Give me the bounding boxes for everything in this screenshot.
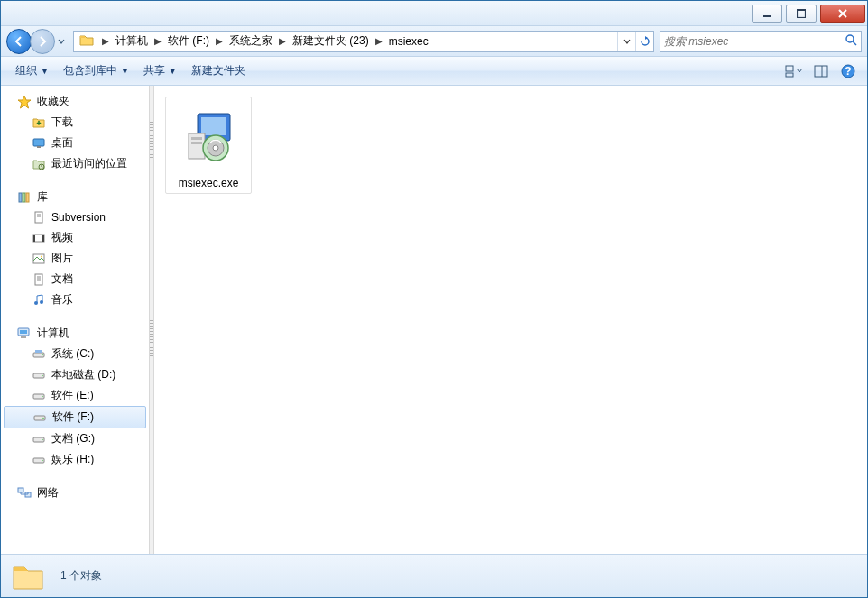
status-bar: 1 个对象 [1, 554, 867, 597]
svg-point-44 [42, 417, 44, 419]
folder-icon [10, 558, 46, 594]
help-button[interactable]: ? [836, 61, 860, 81]
share-button[interactable]: 共享▼ [136, 61, 184, 80]
sidebar-item-drive-d[interactable]: 本地磁盘 (D:) [1, 364, 149, 385]
favorites-header[interactable]: 收藏夹 [1, 91, 149, 112]
refresh-button[interactable] [635, 32, 653, 51]
item-label: 软件 (E:) [51, 388, 94, 403]
refresh-icon [640, 36, 651, 47]
search-input[interactable] [664, 35, 845, 48]
sidebar-item-subversion[interactable]: Subversion [1, 207, 149, 227]
close-button[interactable] [820, 5, 865, 23]
sidebar-item-drive-f[interactable]: 软件 (F:) [4, 406, 146, 428]
network-icon [17, 486, 32, 501]
sidebar-item-drive-c[interactable]: 系统 (C:) [1, 344, 149, 364]
item-label: 软件 (F:) [52, 409, 94, 425]
search-icon[interactable] [845, 33, 857, 49]
maximize-button[interactable] [786, 5, 817, 23]
navigation-pane[interactable]: 收藏夹 下载 桌面 最近访问的位置 库 Subversion 视频 图片 文档 … [1, 86, 149, 554]
minimize-button[interactable] [752, 5, 782, 23]
view-icon [785, 65, 803, 78]
libraries-group: 库 Subversion 视频 图片 文档 音乐 [1, 187, 149, 310]
toolbar-label: 共享 [143, 63, 165, 78]
sidebar-item-music[interactable]: 音乐 [1, 290, 149, 310]
sidebar-item-documents[interactable]: 文档 [1, 269, 149, 290]
address-bar: ▶ 计算机 ▶ 软件 (F:) ▶ 系统之家 ▶ 新建文件夹 (23) ▶ ms… [1, 26, 867, 57]
favorites-group: 收藏夹 下载 桌面 最近访问的位置 [1, 91, 149, 174]
sidebar-item-drive-h[interactable]: 娱乐 (H:) [1, 449, 149, 470]
breadcrumb-segment[interactable]: 计算机 [114, 33, 150, 49]
svg-rect-3 [80, 36, 85, 38]
sidebar-item-videos[interactable]: 视频 [1, 227, 149, 248]
back-button[interactable] [6, 29, 32, 54]
grip-icon [150, 320, 153, 356]
item-label: 视频 [51, 230, 73, 245]
svg-text:?: ? [845, 65, 851, 78]
item-label: 文档 (G:) [51, 431, 95, 446]
svg-rect-16 [23, 193, 25, 202]
pictures-icon [32, 252, 46, 266]
preview-pane-button[interactable] [809, 61, 833, 81]
svg-rect-34 [20, 330, 27, 334]
breadcrumb[interactable]: ▶ 计算机 ▶ 软件 (F:) ▶ 系统之家 ▶ 新建文件夹 (23) ▶ ms… [73, 31, 654, 52]
search-box[interactable] [660, 31, 862, 52]
breadcrumb-dropdown[interactable] [617, 32, 635, 51]
sidebar-item-desktop[interactable]: 桌面 [1, 133, 149, 153]
breadcrumb-segment[interactable]: 软件 (F:) [166, 33, 211, 49]
organize-button[interactable]: 组织▼ [8, 61, 56, 80]
item-label: 娱乐 (H:) [51, 452, 94, 467]
svg-point-46 [42, 438, 43, 440]
file-pane[interactable]: msiexec.exe [154, 86, 867, 554]
view-options-button[interactable] [782, 61, 806, 81]
forward-arrow-icon [36, 35, 49, 48]
group-label: 收藏夹 [37, 94, 69, 109]
music-icon [32, 293, 46, 308]
forward-button[interactable] [30, 29, 55, 54]
installer-icon [176, 105, 241, 170]
include-in-library-button[interactable]: 包含到库中▼ [56, 61, 136, 80]
drive-icon [32, 410, 47, 425]
item-label: 图片 [51, 251, 73, 266]
sidebar-item-recent[interactable]: 最近访问的位置 [1, 153, 149, 174]
breadcrumb-segment[interactable]: msiexec [387, 35, 430, 48]
star-icon [17, 95, 32, 109]
svg-point-48 [42, 459, 43, 461]
computer-header[interactable]: 计算机 [1, 323, 149, 344]
toolbar: 组织▼ 包含到库中▼ 共享▼ 新建文件夹 ? [1, 57, 867, 86]
sidebar-item-pictures[interactable]: 图片 [1, 248, 149, 269]
folder-icon [79, 33, 94, 49]
toolbar-label: 新建文件夹 [191, 63, 245, 78]
new-folder-button[interactable]: 新建文件夹 [184, 61, 253, 80]
sidebar-item-drive-e[interactable]: 软件 (E:) [1, 385, 149, 406]
svg-rect-18 [35, 212, 42, 223]
sidebar-item-drive-g[interactable]: 文档 (G:) [1, 428, 149, 449]
sidebar-item-downloads[interactable]: 下载 [1, 112, 149, 133]
drive-icon [32, 453, 46, 467]
group-label: 库 [37, 189, 48, 205]
chevron-down-icon [58, 38, 65, 45]
svg-rect-2 [797, 9, 806, 11]
breadcrumb-separator: ▶ [97, 36, 114, 46]
body: 收藏夹 下载 桌面 最近访问的位置 库 Subversion 视频 图片 文档 … [1, 86, 867, 554]
nav-history-dropdown[interactable] [55, 30, 68, 53]
svg-rect-54 [191, 137, 202, 140]
breadcrumb-segment[interactable]: 新建文件夹 (23) [291, 33, 371, 49]
libraries-header[interactable]: 库 [1, 187, 149, 207]
group-label: 网络 [37, 485, 59, 501]
help-icon: ? [841, 64, 855, 78]
svg-rect-13 [37, 146, 41, 148]
svg-rect-0 [763, 15, 771, 17]
item-label: Subversion [51, 211, 106, 224]
svg-point-58 [213, 145, 218, 151]
svg-rect-49 [18, 488, 23, 492]
svg-rect-15 [19, 193, 22, 202]
toolbar-label: 组织 [15, 63, 37, 78]
network-header[interactable]: 网络 [1, 483, 149, 503]
recent-icon [32, 157, 46, 171]
group-label: 计算机 [37, 326, 69, 341]
file-item[interactable]: msiexec.exe [165, 97, 252, 194]
libraries-icon [17, 190, 32, 205]
drive-icon [32, 368, 46, 382]
breadcrumb-segment[interactable]: 系统之家 [227, 33, 274, 49]
downloads-icon [32, 115, 46, 130]
